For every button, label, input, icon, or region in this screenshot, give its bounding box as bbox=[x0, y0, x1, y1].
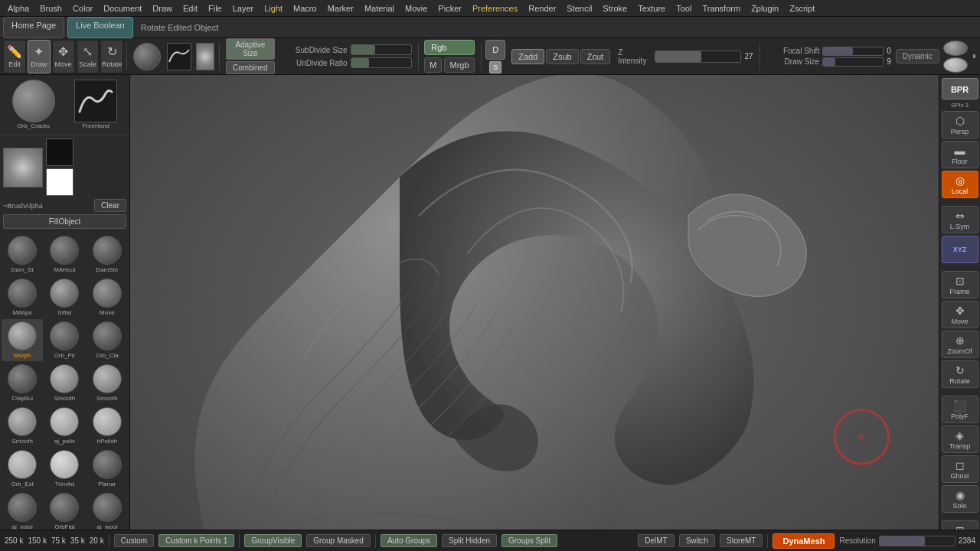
brush-aj-noisi[interactable]: aj_noisi bbox=[2, 491, 43, 530]
brush-damste[interactable]: DamSte bbox=[87, 233, 128, 276]
group-visible-button[interactable]: GroupVisible bbox=[244, 534, 302, 547]
fill-object-button[interactable]: FillObject bbox=[3, 214, 126, 229]
brush-smooth-2[interactable]: Smooth bbox=[87, 362, 128, 404]
edit-button[interactable]: ✏️ Edit bbox=[3, 40, 26, 73]
resolution-slider[interactable] bbox=[879, 536, 956, 546]
greywa2-swatch[interactable] bbox=[943, 57, 968, 73]
brush-aj-polis[interactable]: aj_polis bbox=[44, 405, 85, 447]
rotate-button[interactable]: ↻ Rotate bbox=[100, 40, 123, 73]
menu-preferences[interactable]: Preferences bbox=[468, 2, 522, 15]
alpha-preview[interactable] bbox=[196, 43, 215, 70]
group-masked-button[interactable]: Group Masked bbox=[306, 534, 371, 547]
menu-render[interactable]: Render bbox=[524, 2, 560, 15]
persp-button[interactable]: ⬡ Persp bbox=[942, 111, 978, 139]
brush-inflat[interactable]: Inflat bbox=[44, 276, 85, 318]
transp-button[interactable]: ◈ Transp bbox=[942, 425, 978, 453]
brush-move[interactable]: Move bbox=[87, 276, 128, 318]
subdivide-slider[interactable] bbox=[351, 44, 412, 55]
focal-shift-slider[interactable] bbox=[822, 47, 884, 56]
menu-brush[interactable]: Brush bbox=[35, 2, 67, 15]
brush-smooth-1[interactable]: Smooth bbox=[44, 362, 85, 404]
auto-groups-button[interactable]: Auto Groups bbox=[381, 534, 437, 547]
brush-dam-st[interactable]: Dam_St bbox=[2, 233, 43, 276]
menu-color[interactable]: Color bbox=[68, 2, 97, 15]
menu-file[interactable]: File bbox=[204, 2, 227, 15]
menu-macro[interactable]: Macro bbox=[289, 2, 322, 15]
menu-document[interactable]: Document bbox=[99, 2, 146, 15]
live-boolean-button[interactable]: Live Boolean bbox=[67, 17, 133, 38]
brush-smooth-3[interactable]: Smooth bbox=[2, 405, 43, 447]
groups-split-button[interactable]: Groups Split bbox=[501, 534, 557, 547]
menu-stencil[interactable]: Stencil bbox=[562, 2, 596, 15]
menu-draw[interactable]: Draw bbox=[148, 2, 177, 15]
z-intensity-slider[interactable] bbox=[655, 51, 742, 63]
xyz-button[interactable]: XYZ bbox=[942, 236, 978, 263]
bpr-button[interactable]: BPR bbox=[942, 78, 978, 99]
menu-movie[interactable]: Movie bbox=[400, 2, 432, 15]
dynamic-button[interactable]: Dynamic bbox=[896, 49, 939, 64]
brush-hpolish[interactable]: hPolish bbox=[87, 405, 128, 447]
viewport[interactable]: ◀ bbox=[130, 75, 939, 530]
xpose-button[interactable]: ⊞ Xpose bbox=[942, 520, 978, 530]
mrgb-button[interactable]: Mrgb bbox=[444, 57, 474, 73]
brush-preview-sphere[interactable] bbox=[133, 43, 161, 70]
brush-mahpo[interactable]: MAhpo bbox=[2, 276, 43, 318]
undivide-slider[interactable] bbox=[351, 57, 412, 68]
custom-k-points-button[interactable]: Custom k Points 1 bbox=[158, 534, 234, 547]
rotate-right-button[interactable]: ↻ Rotate bbox=[942, 360, 978, 388]
scale-button[interactable]: ⤡ Scale bbox=[77, 40, 100, 73]
ghost-button[interactable]: ◻ Ghost bbox=[942, 455, 978, 483]
menu-marker[interactable]: Marker bbox=[323, 2, 358, 15]
zsub-button[interactable]: Zsub bbox=[546, 49, 578, 64]
local-button[interactable]: ◎ Local bbox=[942, 171, 978, 198]
menu-picker[interactable]: Picker bbox=[433, 2, 466, 15]
brush-claybui[interactable]: ClayBui bbox=[2, 362, 43, 404]
brush-trimad[interactable]: TrimAd bbox=[44, 448, 85, 490]
draw-size-slider[interactable] bbox=[822, 57, 884, 67]
brush-orbflat[interactable]: OrbFlat bbox=[44, 491, 85, 530]
floor-button[interactable]: ▬ Floor bbox=[942, 141, 978, 168]
split-hidden-button[interactable]: Split Hidden bbox=[442, 534, 497, 547]
brush-freehand[interactable]: FreeHand bbox=[66, 78, 127, 131]
frame-button[interactable]: ⊡ Frame bbox=[942, 271, 978, 298]
menu-layer[interactable]: Layer bbox=[228, 2, 259, 15]
menu-edit[interactable]: Edit bbox=[178, 2, 202, 15]
menu-texture[interactable]: Texture bbox=[633, 2, 670, 15]
brush-orb-ext[interactable]: Orb_Ext bbox=[2, 448, 43, 490]
zcut-button[interactable]: Zcut bbox=[580, 49, 610, 64]
brush-orb-pir[interactable]: Orb_Pir bbox=[44, 319, 85, 361]
greywa1-swatch[interactable] bbox=[943, 41, 968, 56]
dynamesh-button[interactable]: DynaMesh bbox=[773, 533, 835, 549]
d-button[interactable]: D bbox=[485, 40, 505, 60]
stroke-preview[interactable] bbox=[167, 43, 191, 70]
menu-zplugin[interactable]: Zplugin bbox=[746, 2, 783, 15]
lsym-button[interactable]: ⇔ L.Sym bbox=[942, 206, 978, 233]
menu-transform[interactable]: Transform bbox=[697, 2, 745, 15]
brush-orb-cla[interactable]: Orb_Cla bbox=[87, 319, 128, 361]
custom-button[interactable]: Custom bbox=[114, 534, 154, 547]
color-swatch-white[interactable] bbox=[46, 168, 74, 196]
clear-button[interactable]: Clear bbox=[94, 199, 126, 212]
polyf-button[interactable]: ⬛ PolyF bbox=[942, 396, 978, 423]
brush-morph[interactable]: Morph bbox=[2, 319, 43, 361]
move-button[interactable]: ✥ Move bbox=[52, 40, 75, 73]
brush-alpha-preview[interactable] bbox=[3, 148, 43, 187]
color-swatch-black[interactable] bbox=[46, 139, 74, 166]
brush-mahcut[interactable]: MAHcut bbox=[44, 233, 85, 276]
sculpt-canvas[interactable] bbox=[130, 75, 939, 530]
menu-stroke[interactable]: Stroke bbox=[598, 2, 632, 15]
menu-tool[interactable]: Tool bbox=[671, 2, 696, 15]
zoomof-button[interactable]: ⊕ ZoomOf bbox=[942, 331, 978, 358]
rgb-button[interactable]: Rgb bbox=[424, 40, 474, 55]
delmt-button[interactable]: DelMT bbox=[638, 534, 674, 547]
switch-button[interactable]: Switch bbox=[679, 534, 715, 547]
brush-planar[interactable]: Planar bbox=[87, 448, 128, 490]
move-right-button[interactable]: ✥ Move bbox=[942, 301, 978, 328]
draw-button[interactable]: ✦ Draw bbox=[28, 40, 51, 73]
adaptive-size-button[interactable]: Adaptive Size bbox=[226, 38, 275, 60]
solo-button[interactable]: ◉ Solo bbox=[942, 485, 978, 513]
m-button[interactable]: M bbox=[424, 57, 442, 73]
zadd-button[interactable]: Zadd bbox=[511, 49, 544, 64]
brush-aj-wool-1[interactable]: aj_wool bbox=[87, 491, 128, 530]
storemt-button[interactable]: StoreMT bbox=[720, 534, 763, 547]
